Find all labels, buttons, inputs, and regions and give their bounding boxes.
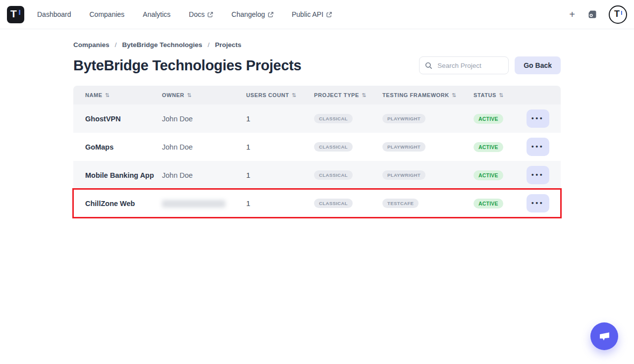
title-row: ByteBridge Technologies Projects Go Back [73,56,561,74]
status-badge: ACTIVE [474,114,503,124]
projects-table: NAME⇅ OWNER⇅ USERS COUNT⇅ PROJECT TYPE⇅ … [73,86,561,217]
sort-icon: ⇅ [452,92,457,99]
external-link-icon [326,12,332,17]
breadcrumb-company[interactable]: ByteBridge Technologies [122,41,203,49]
external-link-icon [208,12,213,17]
project-owner: John Doe [162,115,246,123]
sort-icon: ⇅ [499,92,504,99]
chat-widget-button[interactable] [590,322,618,350]
app-logo[interactable]: T [7,6,24,23]
app-logo-letter: T [10,8,17,20]
table-header: NAME⇅ OWNER⇅ USERS COUNT⇅ PROJECT TYPE⇅ … [73,86,561,104]
testing-framework-badge: TESTCAFE [382,199,419,208]
project-users-count: 1 [246,143,314,151]
nav-right-cluster: + T [569,5,627,24]
project-type-badge: CLASSICAL [314,142,353,152]
add-icon[interactable]: + [569,9,575,19]
avatar-letter: T [614,9,620,19]
breadcrumb-companies[interactable]: Companies [73,41,109,49]
table-row: Mobile Banking App John Doe 1 CLASSICAL … [73,161,561,189]
sort-icon: ⇅ [292,92,297,99]
table-body: GhostVPN John Doe 1 CLASSICAL PLAYWRIGHT… [73,104,561,217]
status-badge: ACTIVE [474,199,503,208]
testing-framework-badge: PLAYWRIGHT [382,170,425,180]
row-actions-button[interactable]: ••• [527,138,549,156]
sort-icon: ⇅ [187,92,192,99]
project-users-count: 1 [246,199,314,208]
sort-icon: ⇅ [362,92,367,99]
breadcrumb-separator: / [208,41,210,49]
testing-framework-badge: PLAYWRIGHT [382,142,425,152]
row-actions-button[interactable]: ••• [527,166,549,184]
column-header-project-type[interactable]: PROJECT TYPE⇅ [314,92,382,99]
go-back-button[interactable]: Go Back [515,56,561,74]
project-name[interactable]: Mobile Banking App [85,171,162,179]
breadcrumb-separator: / [115,41,117,49]
page-controls: Go Back [419,56,561,74]
project-users-count: 1 [246,171,314,179]
nav-item-docs[interactable]: Docs [189,10,213,18]
breadcrumb: Companies / ByteBridge Technologies / Pr… [73,41,561,49]
nav-item-public-api[interactable]: Public API [292,10,332,18]
project-type-badge: CLASSICAL [314,114,353,123]
nav-item-analytics[interactable]: Analytics [143,10,170,18]
external-link-icon [268,12,273,17]
breadcrumb-projects: Projects [215,41,241,49]
search-icon [425,62,432,69]
search-box [419,56,509,74]
project-owner: John Doe [162,171,246,179]
nav-item-dashboard[interactable]: Dashboard [37,10,71,18]
status-badge: ACTIVE [474,170,503,180]
project-name[interactable]: ChillZone Web [85,200,162,208]
project-type-badge: CLASSICAL [314,170,353,180]
main-content: Companies / ByteBridge Technologies / Pr… [0,41,634,217]
table-row: GoMaps John Doe 1 CLASSICAL PLAYWRIGHT A… [73,133,561,161]
project-name[interactable]: GoMaps [85,143,162,151]
nav-item-companies[interactable]: Companies [90,10,125,18]
status-badge: ACTIVE [474,142,503,152]
column-header-status[interactable]: STATUS⇅ [474,92,527,99]
user-avatar[interactable]: T [609,5,627,24]
page-title: ByteBridge Technologies Projects [73,57,301,74]
app-logo-accent [19,10,20,15]
column-header-owner[interactable]: OWNER⇅ [162,92,246,99]
row-actions-button[interactable]: ••• [527,109,549,128]
project-users-count: 1 [246,114,314,123]
row-actions-button[interactable]: ••• [527,194,549,212]
search-docs-icon[interactable] [587,9,597,19]
nav-item-changelog[interactable]: Changelog [231,10,273,18]
project-type-badge: CLASSICAL [314,199,353,208]
project-owner [162,199,246,208]
table-row: ChillZone Web 1 CLASSICAL TESTCAFE ACTIV… [73,189,561,217]
testing-framework-badge: PLAYWRIGHT [382,114,425,123]
avatar-accent [621,11,623,15]
column-header-testing-framework[interactable]: TESTING FRAMEWORK⇅ [382,92,474,99]
redacted-owner [162,200,225,208]
table-row: GhostVPN John Doe 1 CLASSICAL PLAYWRIGHT… [73,104,561,133]
sort-icon: ⇅ [105,92,110,99]
main-nav: Dashboard Companies Analytics Docs Chang… [37,10,332,18]
search-input[interactable] [436,61,503,70]
project-owner: John Doe [162,143,246,151]
project-name[interactable]: GhostVPN [85,115,162,123]
column-header-users-count[interactable]: USERS COUNT⇅ [246,92,314,99]
column-header-name[interactable]: NAME⇅ [85,92,162,99]
chat-bubble-icon [598,330,611,342]
top-nav: T Dashboard Companies Analytics Docs Cha… [0,0,634,29]
